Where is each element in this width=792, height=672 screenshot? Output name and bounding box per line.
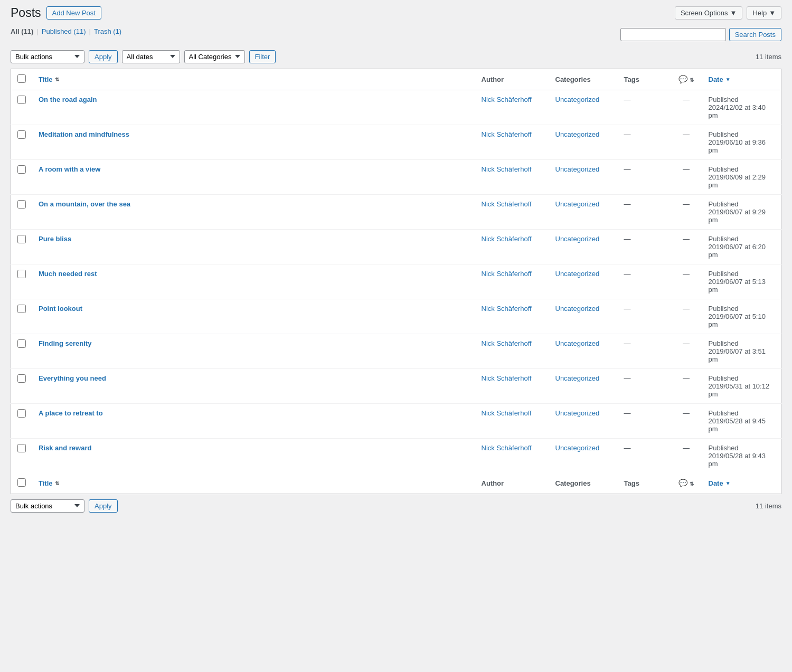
comments-value: — bbox=[683, 339, 690, 347]
post-title-link[interactable]: Point lookout bbox=[39, 305, 82, 313]
tfoot-th-author: Author bbox=[475, 473, 549, 494]
category-link[interactable]: Uncategorized bbox=[555, 444, 600, 452]
row-date-cell: Published 2019/05/31 at 10:12 pm bbox=[702, 368, 781, 403]
table-row: Everything you need Nick Schäferhoff Unc… bbox=[11, 368, 781, 403]
post-title-link[interactable]: Pure bliss bbox=[39, 235, 71, 243]
author-link[interactable]: Nick Schäferhoff bbox=[482, 235, 532, 243]
bottom-tablenav: Bulk actions Edit Move to Trash Apply 11… bbox=[11, 497, 781, 515]
select-all-checkbox[interactable] bbox=[17, 74, 26, 83]
date-value: 2019/06/07 at 5:13 pm bbox=[709, 278, 766, 294]
all-dates-select[interactable]: All dates bbox=[122, 50, 180, 63]
bulk-actions-select-bottom[interactable]: Bulk actions Edit Move to Trash bbox=[11, 499, 84, 513]
table-row: Pure bliss Nick Schäferhoff Uncategorize… bbox=[11, 229, 781, 264]
author-link[interactable]: Nick Schäferhoff bbox=[482, 270, 532, 278]
help-button[interactable]: Help ▼ bbox=[747, 6, 781, 20]
author-link[interactable]: Nick Schäferhoff bbox=[482, 444, 532, 452]
row-checkbox[interactable] bbox=[17, 305, 26, 313]
apply-button[interactable]: Apply bbox=[89, 50, 118, 63]
row-checkbox[interactable] bbox=[17, 339, 26, 348]
row-checkbox[interactable] bbox=[17, 444, 26, 452]
category-link[interactable]: Uncategorized bbox=[555, 130, 600, 138]
author-link[interactable]: Nick Schäferhoff bbox=[482, 130, 532, 138]
row-checkbox[interactable] bbox=[17, 96, 26, 104]
row-comments-cell: — bbox=[671, 264, 702, 299]
row-date-cell: Published 2019/06/09 at 2:29 pm bbox=[702, 159, 781, 194]
row-checkbox[interactable] bbox=[17, 200, 26, 209]
category-link[interactable]: Uncategorized bbox=[555, 374, 600, 382]
post-title-link[interactable]: Everything you need bbox=[39, 374, 106, 382]
row-author-cell: Nick Schäferhoff bbox=[475, 229, 549, 264]
author-link[interactable]: Nick Schäferhoff bbox=[482, 200, 532, 208]
th-title[interactable]: Title ⇅ bbox=[32, 69, 475, 90]
category-link[interactable]: Uncategorized bbox=[555, 409, 600, 417]
row-checkbox[interactable] bbox=[17, 374, 26, 383]
title-sort-link[interactable]: Title ⇅ bbox=[39, 75, 469, 83]
row-checkbox-cell bbox=[11, 125, 33, 159]
post-title-link[interactable]: On the road again bbox=[39, 96, 97, 103]
tfoot-th-date[interactable]: Date ▼ bbox=[702, 473, 781, 494]
screen-options-button[interactable]: Screen Options ▼ bbox=[675, 6, 742, 20]
row-tags-cell: — bbox=[618, 264, 671, 299]
date-value: 2019/06/07 at 9:29 pm bbox=[709, 208, 766, 224]
post-title-link[interactable]: On a mountain, over the sea bbox=[39, 200, 130, 208]
title-sort-link-bottom[interactable]: Title ⇅ bbox=[39, 479, 469, 487]
filter-link-published[interactable]: Published (11) bbox=[42, 27, 86, 35]
post-title-link[interactable]: A room with a view bbox=[39, 165, 100, 173]
date-sort-link-bottom[interactable]: Date ▼ bbox=[709, 479, 775, 487]
comments-value: — bbox=[683, 130, 690, 138]
post-title-link[interactable]: A place to retreat to bbox=[39, 409, 103, 417]
row-tags-cell: — bbox=[618, 229, 671, 264]
author-link[interactable]: Nick Schäferhoff bbox=[482, 374, 532, 382]
search-posts-button[interactable]: Search Posts bbox=[729, 28, 781, 41]
author-link[interactable]: Nick Schäferhoff bbox=[482, 339, 532, 347]
row-categories-cell: Uncategorized bbox=[549, 368, 618, 403]
date-info: Published 2024/12/02 at 3:40 pm bbox=[709, 96, 775, 119]
row-checkbox[interactable] bbox=[17, 409, 26, 418]
category-link[interactable]: Uncategorized bbox=[555, 339, 600, 347]
add-new-post-button[interactable]: Add New Post bbox=[46, 6, 101, 20]
category-link[interactable]: Uncategorized bbox=[555, 200, 600, 208]
date-status: Published bbox=[709, 130, 739, 138]
category-link[interactable]: Uncategorized bbox=[555, 165, 600, 173]
th-date[interactable]: Date ▼ bbox=[702, 69, 781, 90]
table-row: A room with a view Nick Schäferhoff Unca… bbox=[11, 159, 781, 194]
date-sort-link[interactable]: Date ▼ bbox=[709, 75, 775, 83]
filter-link-trash[interactable]: Trash (1) bbox=[94, 27, 121, 35]
post-title-link[interactable]: Finding serenity bbox=[39, 339, 91, 347]
post-title-link[interactable]: Much needed rest bbox=[39, 270, 97, 278]
filter-button[interactable]: Filter bbox=[249, 50, 276, 63]
row-comments-cell: — bbox=[671, 90, 702, 125]
category-link[interactable]: Uncategorized bbox=[555, 235, 600, 243]
date-status: Published bbox=[709, 235, 739, 243]
tags-value: — bbox=[624, 200, 631, 208]
search-input[interactable] bbox=[620, 28, 726, 41]
apply-button-bottom[interactable]: Apply bbox=[89, 499, 118, 513]
row-checkbox[interactable] bbox=[17, 235, 26, 243]
author-link[interactable]: Nick Schäferhoff bbox=[482, 165, 532, 173]
date-status: Published bbox=[709, 444, 739, 452]
row-comments-cell: — bbox=[671, 229, 702, 264]
category-link[interactable]: Uncategorized bbox=[555, 270, 600, 278]
tfoot-th-title[interactable]: Title ⇅ bbox=[32, 473, 475, 494]
tfoot-th-comments[interactable]: 💬 ⇅ bbox=[671, 473, 702, 494]
category-link[interactable]: Uncategorized bbox=[555, 96, 600, 103]
row-tags-cell: — bbox=[618, 90, 671, 125]
row-checkbox[interactable] bbox=[17, 165, 26, 174]
th-comments[interactable]: 💬 ⇅ bbox=[671, 69, 702, 90]
post-title-link[interactable]: Meditation and mindfulness bbox=[39, 130, 129, 138]
row-title-cell: On a mountain, over the sea bbox=[32, 194, 475, 229]
row-checkbox[interactable] bbox=[17, 130, 26, 139]
bulk-actions-select[interactable]: Bulk actions Edit Move to Trash bbox=[11, 50, 84, 63]
author-link[interactable]: Nick Schäferhoff bbox=[482, 409, 532, 417]
category-link[interactable]: Uncategorized bbox=[555, 305, 600, 313]
row-author-cell: Nick Schäferhoff bbox=[475, 368, 549, 403]
row-tags-cell: — bbox=[618, 438, 671, 473]
select-all-checkbox-bottom[interactable] bbox=[17, 478, 26, 487]
post-title-link[interactable]: Risk and reward bbox=[39, 444, 91, 452]
all-categories-select[interactable]: All Categories bbox=[184, 50, 245, 63]
author-link[interactable]: Nick Schäferhoff bbox=[482, 305, 532, 313]
row-checkbox[interactable] bbox=[17, 270, 26, 278]
author-link[interactable]: Nick Schäferhoff bbox=[482, 96, 532, 103]
filter-link-all[interactable]: All (11) bbox=[11, 27, 33, 35]
tags-value: — bbox=[624, 235, 631, 243]
